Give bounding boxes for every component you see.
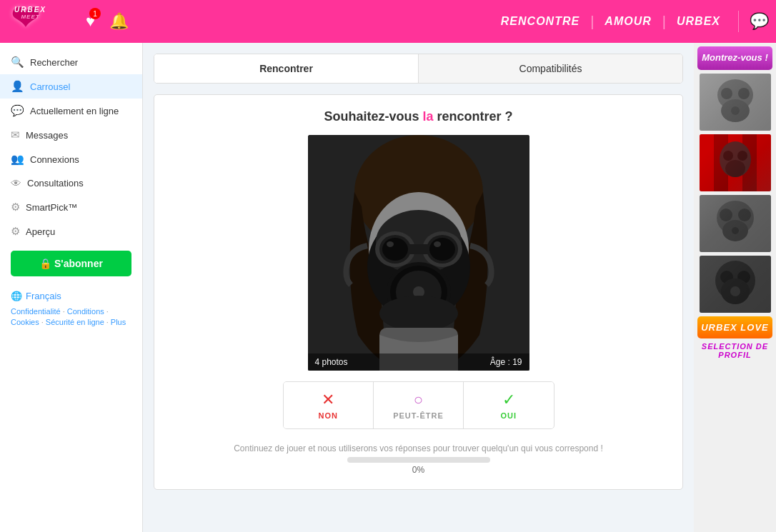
messages-label: Messages xyxy=(26,130,68,141)
link-confidentialite[interactable]: Confidentialité xyxy=(11,307,61,316)
thumb-photo-2[interactable] xyxy=(700,134,771,191)
svg-point-18 xyxy=(379,296,458,331)
globe-icon: 🌐 xyxy=(11,291,22,301)
maybe-icon: ○ xyxy=(414,391,423,409)
sidebar-item-search[interactable]: 🔍 Rechercher xyxy=(0,50,142,74)
urbex-love-button[interactable]: URBEX LOVE xyxy=(697,316,772,338)
svg-point-22 xyxy=(721,88,732,99)
sidebar-item-online[interactable]: 💬 Actuellement en ligne xyxy=(0,99,142,123)
svg-rect-29 xyxy=(757,134,771,191)
progress-message: Continuez de jouer et nous utiliserons v… xyxy=(169,443,668,453)
age-label: Âge : 19 xyxy=(490,357,522,367)
svg-point-32 xyxy=(737,151,747,161)
photo-count: 4 photos xyxy=(315,357,348,367)
header: ❤ URBEX MEET ♥ 1 🔔 Rencontre | Amour | U… xyxy=(0,0,776,43)
right-panel: Montrez-vous ! xyxy=(694,43,776,532)
consultations-icon: 👁 xyxy=(11,177,21,189)
header-separator xyxy=(738,11,739,32)
link-cookies[interactable]: Cookies xyxy=(11,318,39,326)
apercu-icon: ⚙ xyxy=(11,225,20,238)
sidebar-item-smartpick[interactable]: ⚙ SmartPick™ xyxy=(0,195,142,219)
main-content: Rencontrer Compatibilités Souhaitez-vous… xyxy=(143,43,694,532)
carousel-title: Souhaitez-vous la rencontrer ? xyxy=(169,109,668,124)
header-icons: ♥ 1 🔔 xyxy=(86,12,129,31)
svg-point-36 xyxy=(720,209,732,221)
urbex-love-label: URBEX LOVE xyxy=(701,322,769,333)
nav-amour[interactable]: Amour xyxy=(605,15,651,28)
link-conditions[interactable]: Conditions xyxy=(67,307,104,316)
nav-urbex[interactable]: Urbex xyxy=(677,15,720,28)
svg-point-37 xyxy=(738,209,751,221)
thumb-photo-4[interactable] xyxy=(700,256,771,313)
profile-photo[interactable] xyxy=(308,135,529,371)
sidebar-item-apercu[interactable]: ⚙ Aperçu xyxy=(0,219,142,244)
sidebar-item-messages[interactable]: ✉ Messages xyxy=(0,123,142,147)
svg-point-12 xyxy=(434,241,441,247)
thumb-4-content xyxy=(700,256,771,313)
connections-label: Connexions xyxy=(30,154,79,165)
logo-area: ❤ URBEX MEET xyxy=(7,0,64,43)
action-buttons: ✕ NON ○ PEUT-ÊTRE ✓ OUI xyxy=(283,381,554,429)
show-yourself-button[interactable]: Montrez-vous ! xyxy=(697,46,772,70)
svg-point-33 xyxy=(725,160,745,177)
connections-icon: 👥 xyxy=(11,153,24,166)
chat-btn[interactable]: 💬 xyxy=(750,12,769,31)
sidebar-item-connections[interactable]: 👥 Connexions xyxy=(0,147,142,171)
consultations-label: Consultations xyxy=(27,178,84,189)
svg-rect-13 xyxy=(408,244,429,254)
yes-label: OUI xyxy=(501,411,517,420)
bell-btn[interactable]: 🔔 xyxy=(109,12,129,31)
sidebar: 🔍 Rechercher 👤 Carrousel 💬 Actuellement … xyxy=(0,43,143,532)
online-icon: 💬 xyxy=(11,104,24,117)
nav-rencontre[interactable]: Rencontre xyxy=(501,15,579,28)
svg-point-8 xyxy=(387,241,394,247)
action-no-button[interactable]: ✕ NON xyxy=(284,382,374,428)
profile-photo-svg xyxy=(308,135,529,371)
progress-label: 0% xyxy=(169,465,668,475)
maybe-label: PEUT-ÊTRE xyxy=(393,411,444,420)
sidebar-item-carousel[interactable]: 👤 Carrousel xyxy=(0,74,142,99)
link-securite[interactable]: Sécurité en ligne xyxy=(46,318,104,326)
action-yes-button[interactable]: ✓ OUI xyxy=(464,382,553,428)
profile-selection-text: SELECTION DE PROFIL xyxy=(697,342,772,359)
sidebar-footer: 🌐 Français Confidentialité · Conditions … xyxy=(0,283,142,333)
thumb-photo-3[interactable] xyxy=(700,195,771,252)
notification-badge: 1 xyxy=(89,8,101,19)
svg-point-39 xyxy=(732,227,739,234)
tab-rencontrer[interactable]: Rencontrer xyxy=(154,54,418,83)
messages-icon: ✉ xyxy=(11,129,20,141)
svg-point-31 xyxy=(723,151,733,161)
svg-point-23 xyxy=(738,88,750,99)
thumb-2-content xyxy=(700,134,771,191)
language-selector[interactable]: 🌐 Français xyxy=(11,291,131,301)
subscribe-button[interactable]: 🔒 S'abonner xyxy=(11,251,131,276)
smartpick-label: SmartPick™ xyxy=(26,202,77,213)
online-label: Actuellement en ligne xyxy=(30,106,119,116)
link-plus[interactable]: Plus xyxy=(111,318,126,326)
language-label: Français xyxy=(26,291,61,301)
svg-point-7 xyxy=(382,238,408,261)
search-icon: 🔍 xyxy=(11,56,24,69)
heart-notifications-btn[interactable]: ♥ 1 xyxy=(86,12,95,31)
thumb-photo-1[interactable] xyxy=(700,74,771,131)
show-yourself-label: Montrez-vous ! xyxy=(702,52,767,63)
svg-point-25 xyxy=(731,106,740,115)
svg-point-45 xyxy=(730,286,740,296)
apercu-label: Aperçu xyxy=(26,226,55,237)
sidebar-item-consultations[interactable]: 👁 Consultations xyxy=(0,171,142,195)
action-maybe-button[interactable]: ○ PEUT-ÊTRE xyxy=(374,382,464,428)
main-layout: 🔍 Rechercher 👤 Carrousel 💬 Actuellement … xyxy=(0,43,776,532)
progress-bar-container xyxy=(347,457,490,463)
header-nav: Rencontre | Amour | Urbex xyxy=(501,14,720,30)
yes-icon: ✓ xyxy=(502,391,515,409)
carousel-label: Carrousel xyxy=(30,81,70,92)
tabs: Rencontrer Compatibilités xyxy=(154,54,683,84)
chat-icon: 💬 xyxy=(750,12,769,30)
photo-overlay: 4 photos Âge : 19 xyxy=(308,353,529,371)
carousel-icon: 👤 xyxy=(11,80,24,93)
no-icon: ✕ xyxy=(322,391,334,409)
footer-links: Confidentialité · Conditions · Cookies ·… xyxy=(11,307,131,326)
thumb-3-content xyxy=(700,195,771,252)
profile-photo-container: 4 photos Âge : 19 xyxy=(308,135,529,371)
tab-compatibilites[interactable]: Compatibilités xyxy=(419,54,682,83)
